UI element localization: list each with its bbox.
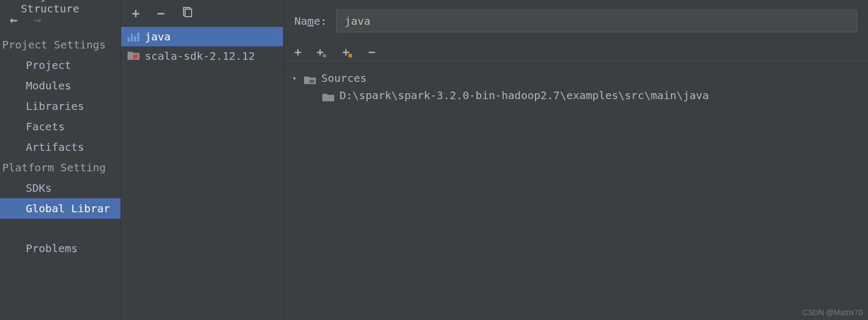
sidebar-item-project[interactable]: Project bbox=[0, 55, 121, 75]
copy-library-icon[interactable] bbox=[182, 7, 193, 20]
nav-arrows: ← → bbox=[0, 8, 121, 34]
sources-folder-icon bbox=[304, 74, 316, 82]
add-folder-icon[interactable]: +■ bbox=[342, 46, 353, 58]
tree-child-path[interactable]: D:\spark\spark-3.2.0-bin-hadoop2.7\examp… bbox=[290, 87, 862, 104]
watermark: CSDN @Matrix70 bbox=[803, 308, 863, 317]
tree-child-label: D:\spark\spark-3.2.0-bin-hadoop2.7\examp… bbox=[340, 89, 709, 102]
library-list-panel: + − java bbox=[121, 0, 284, 320]
sidebar-item-artifacts[interactable]: Artifacts bbox=[0, 137, 121, 157]
library-item-scala-sdk[interactable]: scala-sdk-2.12.12 bbox=[121, 46, 283, 66]
svg-rect-2 bbox=[309, 80, 314, 83]
window-title-bar: Project Structure bbox=[0, 0, 121, 8]
sources-tree: ▾ Sources D:\spark\spark-3.2.0-bin-hadoo… bbox=[284, 64, 868, 109]
library-item-java[interactable]: java bbox=[121, 27, 283, 46]
sidebar: Project Structure ← → Project Settings P… bbox=[0, 0, 121, 320]
library-item-label: scala-sdk-2.12.12 bbox=[145, 50, 255, 62]
sidebar-item-libraries[interactable]: Libraries bbox=[0, 96, 121, 116]
add-library-icon[interactable]: + bbox=[132, 7, 139, 20]
sidebar-item-sdks[interactable]: SDKs bbox=[0, 178, 121, 198]
name-row: Name: bbox=[284, 0, 868, 42]
library-details-panel: Name: + +◉ +■ − ▾ Sources bbox=[284, 0, 868, 320]
library-list: java scala-sdk-2.12.12 bbox=[121, 27, 283, 320]
sidebar-item-problems[interactable]: Problems bbox=[0, 238, 121, 259]
name-label: Name: bbox=[294, 15, 327, 27]
java-library-icon bbox=[128, 32, 139, 41]
forward-arrow-icon[interactable]: → bbox=[33, 13, 41, 26]
tree-root-sources[interactable]: ▾ Sources bbox=[290, 69, 862, 87]
library-toolbar: + − bbox=[121, 0, 283, 27]
library-item-label: java bbox=[145, 30, 171, 43]
folder-icon bbox=[322, 91, 334, 100]
chevron-down-icon[interactable]: ▾ bbox=[290, 74, 299, 82]
sidebar-item-modules[interactable]: Modules bbox=[0, 75, 121, 96]
sidebar-item-global-libraries[interactable]: Global Librar bbox=[0, 198, 121, 219]
add-item-icon[interactable]: + bbox=[294, 46, 301, 58]
section-platform-settings: Platform Setting bbox=[0, 157, 121, 178]
svg-rect-1 bbox=[185, 9, 192, 17]
back-arrow-icon[interactable]: ← bbox=[10, 13, 17, 26]
add-url-icon[interactable]: +◉ bbox=[316, 46, 327, 58]
sidebar-item-facets[interactable]: Facets bbox=[0, 116, 121, 137]
remove-item-icon[interactable]: − bbox=[368, 46, 375, 58]
section-project-settings: Project Settings bbox=[0, 34, 121, 55]
name-input[interactable] bbox=[336, 10, 857, 32]
scala-folder-icon bbox=[128, 50, 139, 62]
remove-library-icon[interactable]: − bbox=[157, 7, 164, 20]
sources-toolbar: + +◉ +■ − bbox=[284, 42, 868, 64]
app-icon bbox=[5, 0, 16, 8]
tree-root-label: Sources bbox=[321, 72, 366, 85]
